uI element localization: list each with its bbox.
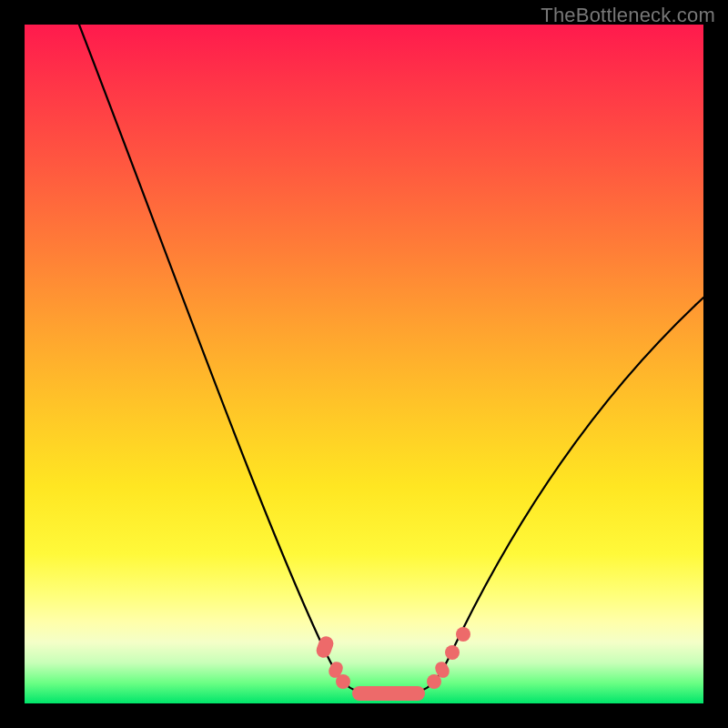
svg-point-6 <box>445 645 460 660</box>
chart-frame: TheBottleneck.com <box>0 0 728 728</box>
svg-rect-0 <box>314 634 335 660</box>
bottleneck-curve <box>25 25 703 703</box>
svg-point-7 <box>456 627 470 642</box>
curve-path <box>79 25 703 693</box>
svg-rect-3 <box>352 686 425 701</box>
svg-point-2 <box>336 674 350 689</box>
svg-point-4 <box>427 674 441 689</box>
marker-group <box>314 627 470 701</box>
chart-plot-area <box>25 25 703 703</box>
